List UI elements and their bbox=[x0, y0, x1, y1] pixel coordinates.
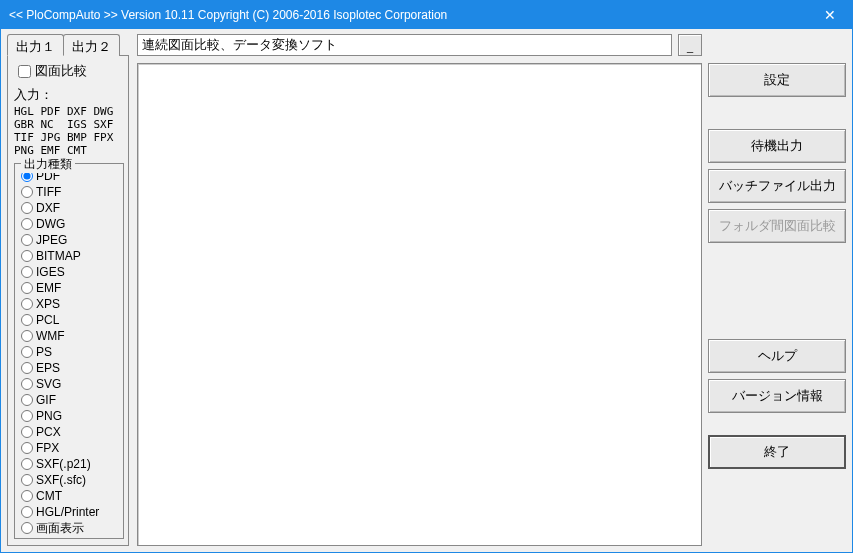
close-icon: ✕ bbox=[824, 7, 836, 23]
output-type-label: GIF bbox=[36, 393, 56, 407]
tab-panel: 図面比較 入力： HGL PDF DXF DWG GBR NC IGS SXF … bbox=[7, 55, 129, 546]
output-type-label: PS bbox=[36, 345, 52, 359]
output-type-label: WMF bbox=[36, 329, 65, 343]
output-type-label: PNG bbox=[36, 409, 62, 423]
compare-checkbox[interactable] bbox=[18, 65, 31, 78]
output-type-radio[interactable] bbox=[21, 410, 33, 422]
settings-button[interactable]: 設定 bbox=[708, 63, 846, 97]
compare-checkbox-row[interactable]: 図面比較 bbox=[18, 62, 124, 80]
folder-compare-button: フォルダ間図面比較 bbox=[708, 209, 846, 243]
client-area: 出力１ 出力２ 図面比較 入力： HGL PDF DXF DWG GBR NC … bbox=[1, 29, 852, 552]
output-type-radio[interactable] bbox=[21, 298, 33, 310]
output-type-radio[interactable] bbox=[21, 346, 33, 358]
output-type-label: SXF(.p21) bbox=[36, 457, 91, 471]
description-row: _ bbox=[137, 33, 702, 57]
output-type-label: EPS bbox=[36, 361, 60, 375]
output-type-radio[interactable] bbox=[21, 234, 33, 246]
output-type-option[interactable]: PS bbox=[21, 344, 119, 360]
output-type-label: 画面表示 bbox=[36, 520, 84, 537]
tab-output-1[interactable]: 出力１ bbox=[7, 34, 64, 56]
output-type-option[interactable]: PCL bbox=[21, 312, 119, 328]
input-formats-list: HGL PDF DXF DWG GBR NC IGS SXF TIF JPG B… bbox=[14, 105, 124, 157]
output-type-radio[interactable] bbox=[21, 218, 33, 230]
output-type-radio[interactable] bbox=[21, 314, 33, 326]
output-type-label: TIFF bbox=[36, 185, 61, 199]
output-type-radio[interactable] bbox=[21, 490, 33, 502]
output-type-label: XPS bbox=[36, 297, 60, 311]
output-type-option[interactable]: SXF(.sfc) bbox=[21, 472, 119, 488]
output-type-label: SVG bbox=[36, 377, 61, 391]
output-type-radio[interactable] bbox=[21, 362, 33, 374]
output-type-option[interactable]: GIF bbox=[21, 392, 119, 408]
output-type-radio[interactable] bbox=[21, 378, 33, 390]
output-type-option[interactable]: DWG bbox=[21, 216, 119, 232]
output-type-label: PCX bbox=[36, 425, 61, 439]
browse-button-label: _ bbox=[687, 41, 693, 53]
output-type-option[interactable]: EPS bbox=[21, 360, 119, 376]
output-type-radio[interactable] bbox=[21, 282, 33, 294]
output-type-radio[interactable] bbox=[21, 394, 33, 406]
output-type-option[interactable]: CMT bbox=[21, 488, 119, 504]
output-type-label: PCL bbox=[36, 313, 59, 327]
output-type-radio[interactable] bbox=[21, 442, 33, 454]
output-type-radio[interactable] bbox=[21, 458, 33, 470]
output-type-radio[interactable] bbox=[21, 522, 33, 534]
tab-output-2[interactable]: 出力２ bbox=[63, 34, 120, 56]
output-type-option[interactable]: PNG bbox=[21, 408, 119, 424]
description-input[interactable] bbox=[137, 34, 672, 56]
output-type-option[interactable]: HGL/Printer bbox=[21, 504, 119, 520]
close-button[interactable]: ✕ bbox=[808, 1, 852, 29]
input-formats-label: 入力： bbox=[14, 86, 124, 104]
output-type-label: DXF bbox=[36, 201, 60, 215]
exit-button[interactable]: 終了 bbox=[708, 435, 846, 469]
output-type-option[interactable]: EMF bbox=[21, 280, 119, 296]
output-type-label: IGES bbox=[36, 265, 65, 279]
output-type-option[interactable]: PCX bbox=[21, 424, 119, 440]
output-type-option[interactable]: SVG bbox=[21, 376, 119, 392]
output-type-option[interactable]: IGES bbox=[21, 264, 119, 280]
output-type-option[interactable]: DXF bbox=[21, 200, 119, 216]
right-buttons: 設定 待機出力 バッチファイル出力 フォルダ間図面比較 ヘルプ バージョン情報 … bbox=[708, 33, 846, 546]
output-type-label: CMT bbox=[36, 489, 62, 503]
output-type-option[interactable]: XPS bbox=[21, 296, 119, 312]
app-window: << PloCompAuto >> Version 10.11 Copyrigh… bbox=[0, 0, 853, 553]
output-type-radio[interactable] bbox=[21, 426, 33, 438]
output-type-option[interactable]: BITMAP bbox=[21, 248, 119, 264]
output-type-option[interactable]: WMF bbox=[21, 328, 119, 344]
compare-checkbox-label: 図面比較 bbox=[35, 62, 87, 80]
version-info-button[interactable]: バージョン情報 bbox=[708, 379, 846, 413]
middle-area: _ bbox=[129, 33, 708, 546]
output-type-radio[interactable] bbox=[21, 506, 33, 518]
output-type-label: BITMAP bbox=[36, 249, 81, 263]
wait-output-button[interactable]: 待機出力 bbox=[708, 129, 846, 163]
batch-output-button[interactable]: バッチファイル出力 bbox=[708, 169, 846, 203]
output-type-radio[interactable] bbox=[21, 202, 33, 214]
browse-button[interactable]: _ bbox=[678, 34, 702, 56]
output-type-label: EMF bbox=[36, 281, 61, 295]
output-type-radio[interactable] bbox=[21, 266, 33, 278]
help-button[interactable]: ヘルプ bbox=[708, 339, 846, 373]
output-type-label: DWG bbox=[36, 217, 65, 231]
output-type-radio[interactable] bbox=[21, 330, 33, 342]
output-type-label: SXF(.sfc) bbox=[36, 473, 86, 487]
output-type-option[interactable]: 画面表示 bbox=[21, 520, 119, 536]
preview-canvas bbox=[137, 63, 702, 546]
output-type-radio[interactable] bbox=[21, 474, 33, 486]
output-type-option[interactable]: FPX bbox=[21, 440, 119, 456]
titlebar: << PloCompAuto >> Version 10.11 Copyrigh… bbox=[1, 1, 852, 29]
output-type-group: 出力種類 PDFTIFFDXFDWGJPEGBITMAPIGESEMFXPSPC… bbox=[14, 163, 124, 539]
output-type-label: FPX bbox=[36, 441, 59, 455]
output-type-option[interactable]: TIFF bbox=[21, 184, 119, 200]
left-panel: 出力１ 出力２ 図面比較 入力： HGL PDF DXF DWG GBR NC … bbox=[7, 33, 129, 546]
output-type-label: HGL/Printer bbox=[36, 505, 99, 519]
output-type-radio[interactable] bbox=[21, 250, 33, 262]
output-type-option[interactable]: JPEG bbox=[21, 232, 119, 248]
window-title: << PloCompAuto >> Version 10.11 Copyrigh… bbox=[9, 8, 808, 22]
output-type-label: JPEG bbox=[36, 233, 67, 247]
output-tabs: 出力１ 出力２ bbox=[7, 33, 129, 55]
output-type-legend: 出力種類 bbox=[21, 156, 75, 173]
output-type-radio[interactable] bbox=[21, 186, 33, 198]
output-type-option[interactable]: SXF(.p21) bbox=[21, 456, 119, 472]
